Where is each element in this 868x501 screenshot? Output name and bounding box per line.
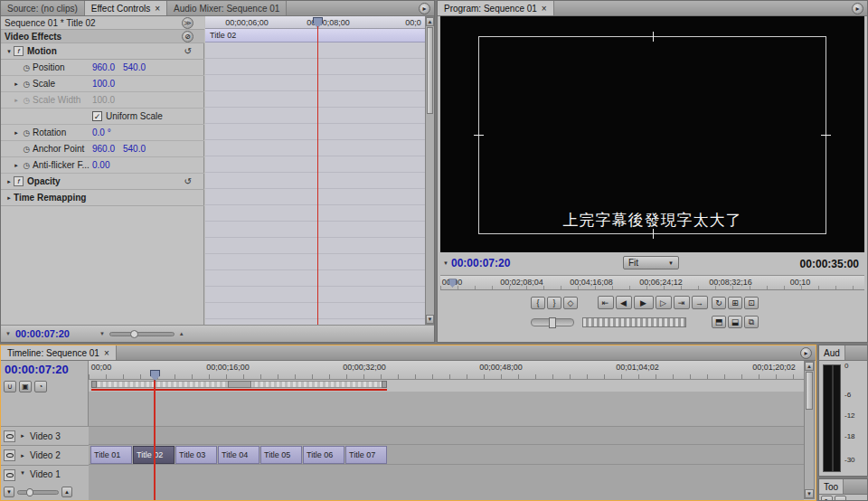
track-header-video3[interactable]: ▸ Video 3 (1, 426, 89, 445)
twirl-right-icon[interactable]: ▸ (12, 97, 21, 104)
scroll-down-icon[interactable]: ▼ (426, 315, 434, 324)
twirl-down-icon[interactable]: ▾ (18, 469, 27, 477)
set-out-button[interactable]: } (547, 297, 561, 309)
clip-title-01[interactable]: Title 01 (90, 446, 132, 464)
scroll-down-icon[interactable]: ▼ (805, 489, 814, 498)
loop-button[interactable]: ↻ (712, 297, 726, 309)
clip-title-04[interactable]: Title 04 (218, 446, 259, 464)
scroll-thumb[interactable] (806, 372, 813, 410)
clip-title-07[interactable]: Title 07 (345, 446, 387, 464)
twirl-right-icon[interactable]: ▸ (5, 194, 14, 202)
toggle-animation-icon[interactable]: ◷ (21, 63, 33, 72)
clip-title-03[interactable]: Title 03 (175, 446, 217, 464)
timeline-time-ruler[interactable]: 00;00 00;00;16;00 00;00;32;00 00;00;48;0… (89, 361, 804, 380)
ec-vertical-scrollbar[interactable]: ▲ ▼ (425, 16, 435, 325)
goto-in-button[interactable]: ⇤ (598, 296, 614, 309)
panel-menu-icon[interactable]: ▸ (852, 3, 863, 14)
twirl-down-icon[interactable]: ▾ (5, 48, 14, 55)
zoom-in-icon[interactable]: ▲ (61, 487, 72, 497)
effect-enabled-icon[interactable]: f (14, 46, 24, 56)
toggle-animation-icon[interactable]: ◷ (21, 145, 33, 154)
scroll-thumb[interactable] (427, 27, 433, 114)
tab-tools[interactable]: Too (819, 479, 844, 494)
zoom-out-icon[interactable]: ▼ (4, 487, 14, 497)
tab-audio-mixer[interactable]: Audio Mixer: Sequence 01 (167, 1, 287, 15)
panel-menu-icon[interactable]: ▸ (800, 347, 812, 359)
output-button[interactable]: ⊡ (744, 297, 759, 309)
twirl-right-icon[interactable]: ▸ (5, 178, 14, 185)
step-back-button[interactable]: ◀ (616, 296, 632, 309)
set-in-button[interactable]: { (531, 297, 545, 309)
ec-keyframe-area[interactable] (205, 43, 425, 325)
effects-badge-icon[interactable]: ⊘ (182, 31, 193, 43)
program-time-ruler[interactable]: 00;00 00;02;08;04 00;04;16;08 00;06;24;1… (440, 275, 864, 290)
ec-zoom-slider[interactable] (109, 332, 175, 336)
work-area-start-handle[interactable] (91, 381, 97, 388)
tab-effect-controls[interactable]: Effect Controls × (85, 1, 167, 15)
play-in-out-button[interactable]: → (692, 296, 708, 309)
reset-effect-icon[interactable]: ↺ (184, 176, 192, 186)
work-area-center-handle[interactable] (228, 381, 251, 388)
goto-out-button[interactable]: ⇥ (674, 296, 690, 309)
toggle-animation-icon[interactable]: ◷ (21, 80, 33, 89)
timeline-current-time[interactable]: 00:00:07:20 (5, 363, 69, 376)
close-icon[interactable]: × (104, 348, 109, 358)
shuttle-slider[interactable] (531, 318, 574, 326)
program-video-display[interactable]: 上完字幕後發現字太大了 (440, 16, 864, 252)
twirl-right-icon[interactable]: ▸ (18, 452, 27, 459)
work-area-end-handle[interactable] (382, 381, 387, 388)
param-value[interactable]: 0.0 ° (92, 128, 123, 137)
clip-title-06[interactable]: Title 06 (303, 446, 344, 464)
close-icon[interactable]: × (542, 4, 547, 14)
param-value-y[interactable]: 540.0 (123, 62, 154, 72)
panel-menu-icon[interactable]: ▸ (419, 3, 430, 14)
snap-button[interactable]: ∪ (4, 381, 16, 392)
tab-audio-meters[interactable]: Aud (819, 345, 845, 360)
effect-row-time-remapping[interactable]: ▸ Time Remapping (1, 190, 204, 206)
twirl-right-icon[interactable]: ▸ (12, 80, 21, 88)
tab-program[interactable]: Program: Sequence 01 × (438, 1, 554, 15)
toggle-animation-icon[interactable]: ◷ (21, 161, 33, 170)
toggle-track-output-icon[interactable] (4, 469, 15, 481)
timecode-flyout-icon[interactable]: ▼ (443, 260, 448, 266)
set-marker-button[interactable]: ◇ (563, 297, 578, 309)
zoom-level-select[interactable]: Fit ▼ (623, 256, 679, 269)
param-value[interactable]: 100.0 (92, 79, 123, 89)
jog-wheel[interactable] (582, 317, 686, 327)
zoom-out-icon[interactable]: ▼ (99, 331, 105, 336)
effect-row-motion[interactable]: ▾ f Motion ↺ (1, 43, 204, 60)
play-button[interactable]: ▶ (634, 296, 654, 309)
param-value-y[interactable]: 540.0 (123, 144, 154, 154)
ec-current-time[interactable]: 00:00:07:20 (15, 328, 70, 339)
twirl-right-icon[interactable]: ▸ (12, 162, 21, 169)
zoom-slider-handle[interactable] (26, 488, 33, 496)
scroll-up-icon[interactable]: ▲ (805, 362, 814, 371)
zoom-slider-handle[interactable] (130, 330, 138, 338)
param-value[interactable]: 0.00 (92, 160, 123, 170)
clip-title-05[interactable]: Title 05 (260, 446, 302, 464)
zoom-in-icon[interactable]: ▲ (179, 331, 184, 336)
ec-clip-bar[interactable]: Title 02 (205, 29, 425, 43)
param-value-x[interactable]: 960.0 (92, 62, 123, 72)
timeline-vertical-scrollbar[interactable]: ▲ ▼ (804, 361, 815, 499)
close-icon[interactable]: × (155, 4, 160, 14)
effect-row-opacity[interactable]: ▸ f Opacity ↺ (1, 174, 204, 190)
twirl-right-icon[interactable]: ▸ (18, 432, 27, 440)
tab-source[interactable]: Source: (no clips) (1, 1, 85, 15)
timeline-zoom-slider[interactable] (17, 490, 59, 495)
extract-button[interactable]: ⬓ (728, 316, 742, 328)
effect-enabled-icon[interactable]: f (14, 176, 24, 186)
collapse-icon[interactable]: ▼ (5, 331, 11, 336)
reset-effect-icon[interactable]: ↺ (184, 46, 192, 56)
razor-tool[interactable]: ▭ (835, 496, 846, 501)
safe-margins-button[interactable]: ⊞ (728, 297, 742, 309)
scroll-up-icon[interactable]: ▲ (426, 17, 434, 26)
step-forward-button[interactable]: ▷ (656, 296, 672, 309)
shuttle-handle[interactable] (549, 317, 556, 328)
toggle-track-output-icon[interactable] (4, 430, 15, 442)
toggle-track-output-icon[interactable] (4, 449, 15, 461)
toggle-animation-icon[interactable]: ◷ (21, 128, 33, 137)
twirl-right-icon[interactable]: ▸ (12, 129, 21, 137)
track-content-video1[interactable] (89, 465, 804, 500)
lift-button[interactable]: ⬒ (712, 316, 726, 328)
